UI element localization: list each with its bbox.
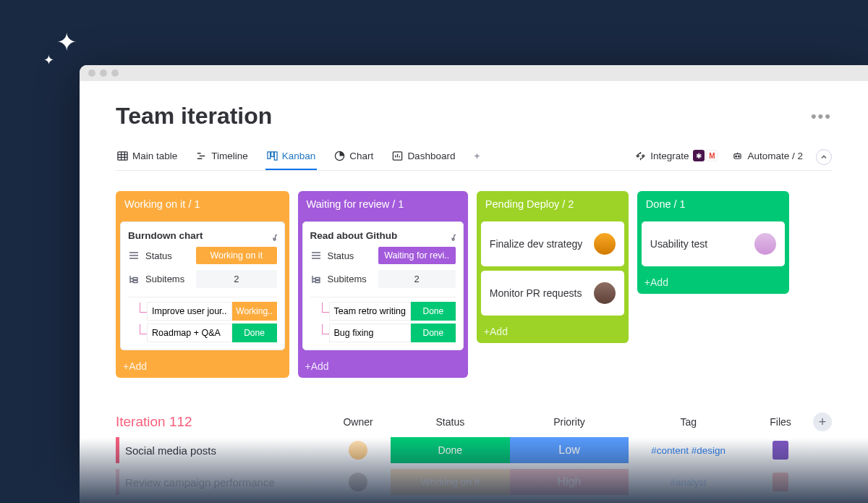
avatar[interactable]: [349, 473, 367, 491]
kanban-card[interactable]: Usability test: [642, 221, 785, 266]
add-column-button[interactable]: +: [813, 413, 832, 431]
page-title: Team iteration: [116, 103, 272, 130]
avatar[interactable]: [349, 441, 367, 460]
svg-rect-11: [133, 277, 137, 279]
file-icon[interactable]: [773, 473, 788, 491]
task-name: Social media posts: [119, 444, 326, 457]
tab-label: Chart: [349, 151, 373, 161]
add-view-button[interactable]: +: [472, 145, 481, 170]
table-row[interactable]: Review campaign performance Working on i…: [116, 469, 832, 495]
svg-rect-3: [274, 151, 277, 159]
subitem-row[interactable]: Improve user jour.. Working..: [140, 302, 277, 321]
subitem-row[interactable]: Bug fixing Done: [322, 324, 456, 342]
add-card-button[interactable]: +Add: [477, 320, 629, 343]
kanban-card[interactable]: Finalize dev strategy: [481, 221, 624, 266]
subitem-row[interactable]: Roadmap + Q&A Done: [140, 324, 277, 342]
chat-icon[interactable]: [444, 229, 456, 241]
add-card-button[interactable]: +Add: [637, 271, 789, 294]
tab-chart[interactable]: Chart: [333, 145, 375, 170]
avatar: [594, 233, 616, 255]
card-title: Finalize dev strategy: [490, 238, 582, 250]
table-icon: [117, 151, 128, 161]
status-icon: [310, 250, 322, 261]
svg-rect-2: [271, 151, 273, 156]
more-options-button[interactable]: •••: [811, 107, 832, 126]
svg-point-9: [736, 156, 737, 157]
subitem-name: Improve user jour..: [147, 302, 232, 321]
tag-cell[interactable]: #analyst: [629, 469, 748, 495]
svg-point-10: [739, 156, 740, 157]
column-header-status[interactable]: Status: [391, 416, 510, 428]
add-card-button[interactable]: +Add: [116, 355, 289, 378]
subitem-name: Bug fixing: [329, 324, 411, 342]
table-row[interactable]: Social media posts Done Low #content #de…: [116, 437, 832, 463]
column-header: Working on it / 1: [116, 191, 289, 217]
automate-button[interactable]: Automate / 2: [731, 145, 804, 170]
kanban-card[interactable]: Burndown chart Status Working on it: [120, 221, 285, 350]
subitem-name: Roadmap + Q&A: [147, 324, 232, 342]
kanban-card[interactable]: Monitor PR requests: [481, 271, 624, 316]
column-header-priority[interactable]: Priority: [510, 416, 629, 428]
priority-cell[interactable]: Low: [510, 437, 629, 463]
window-button[interactable]: [111, 69, 119, 77]
tab-dashboard[interactable]: Dashboard: [391, 145, 456, 170]
column-header: Pending Deploy / 2: [477, 191, 629, 217]
window-button[interactable]: [88, 69, 95, 77]
window-button[interactable]: [100, 69, 107, 77]
card-title: Monitor PR requests: [490, 287, 582, 299]
svg-rect-14: [315, 280, 320, 282]
timeline-icon: [196, 151, 207, 161]
tab-main-table[interactable]: Main table: [116, 145, 179, 170]
subitems-label: Subitems: [145, 274, 190, 284]
subitem-status: Done: [232, 324, 277, 342]
card-title: Read about Github: [310, 230, 398, 241]
subitems-count: 2: [378, 270, 456, 288]
kanban-column-working: Working on it / 1 Burndown chart Status: [116, 191, 289, 378]
column-header-files[interactable]: Files: [748, 416, 813, 428]
subitems-icon: [310, 274, 322, 285]
avatar: [594, 282, 616, 304]
tree-line: [322, 303, 329, 313]
robot-icon: [732, 151, 743, 161]
column-header: Waiting for review / 1: [298, 191, 468, 217]
tab-label: Dashboard: [407, 151, 455, 161]
add-card-button[interactable]: +Add: [298, 355, 468, 378]
kanban-column-done: Done / 1 Usability test +Add: [637, 191, 789, 294]
tree-line: [140, 324, 147, 334]
status-pill[interactable]: Working on it: [196, 247, 277, 264]
tab-kanban[interactable]: Kanban: [265, 145, 318, 170]
group-title[interactable]: Iteration 112: [116, 414, 326, 430]
integrate-icon: [635, 151, 646, 161]
status-pill[interactable]: Waiting for revi..: [378, 247, 456, 264]
card-title: Burndown chart: [128, 230, 203, 241]
status-cell[interactable]: Done: [391, 437, 510, 463]
subitem-row[interactable]: Team retro writing Done: [322, 302, 456, 321]
kanban-icon: [267, 151, 278, 161]
priority-cell[interactable]: High: [510, 469, 629, 495]
kanban-card[interactable]: Read about Github Status Waiting for rev…: [302, 221, 464, 350]
tab-timeline[interactable]: Timeline: [195, 145, 250, 170]
integration-avatars: ✱ M: [693, 150, 718, 161]
tab-label: Kanban: [282, 151, 316, 161]
tab-label: Timeline: [211, 151, 248, 161]
column-header-tag[interactable]: Tag: [629, 416, 748, 428]
kanban-column-pending: Pending Deploy / 2 Finalize dev strategy…: [477, 191, 629, 343]
tree-line: [140, 303, 147, 313]
subitems-icon: [128, 274, 140, 285]
file-icon[interactable]: [773, 441, 788, 460]
avatar: [754, 233, 776, 255]
svg-rect-12: [133, 280, 137, 282]
integrate-button[interactable]: Integrate ✱ M: [634, 144, 719, 170]
collapse-toggle[interactable]: [816, 149, 832, 165]
chat-icon[interactable]: [265, 229, 277, 241]
column-header-owner[interactable]: Owner: [326, 416, 391, 428]
kanban-board: Working on it / 1 Burndown chart Status: [116, 191, 832, 378]
status-cell[interactable]: Working on it: [391, 469, 510, 495]
window-titlebar: [80, 65, 868, 81]
tag-cell[interactable]: #content #design: [629, 437, 748, 463]
table-group: Iteration 112 Owner Status Priority Tag …: [116, 413, 832, 495]
sparkle-icon: ✦: [43, 52, 54, 68]
svg-rect-0: [118, 151, 127, 159]
automate-label: Automate / 2: [747, 151, 803, 161]
app-window: Team iteration ••• Main table Timeline: [80, 65, 868, 503]
